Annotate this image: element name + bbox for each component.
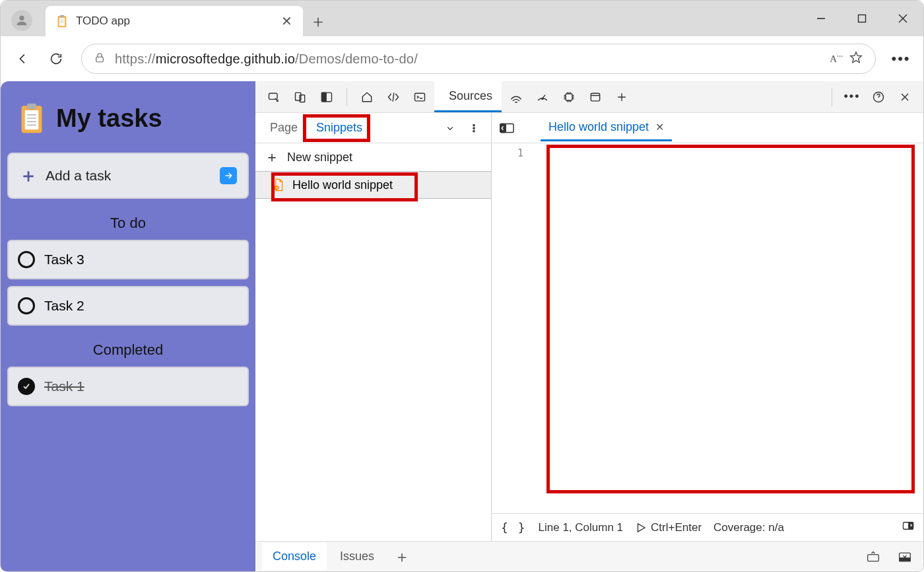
editor-statusbar: { } Line 1, Column 1 Ctrl+Enter Coverage…: [492, 513, 923, 541]
task-item[interactable]: Task 2: [7, 286, 249, 326]
svg-point-25: [542, 98, 543, 99]
add-task-input[interactable]: ＋ Add a task: [7, 153, 249, 199]
run-snippet-button[interactable]: Ctrl+Enter: [635, 521, 702, 534]
svg-rect-7: [859, 15, 866, 22]
sources-panel: Page Snippets ＋ New snippet Hello world …: [255, 113, 923, 541]
svg-point-35: [473, 127, 475, 128]
svg-rect-22: [322, 92, 327, 101]
svg-rect-18: [269, 93, 278, 99]
page-title: My tasks: [56, 104, 162, 133]
sources-tab-label: Sources: [449, 89, 492, 103]
task-checkbox[interactable]: [18, 251, 35, 268]
svg-rect-10: [96, 57, 104, 62]
network-tab-icon[interactable]: [504, 85, 528, 109]
devtools: Sources ••• Page Snippets: [255, 81, 923, 571]
minimize-button[interactable]: [801, 1, 842, 36]
drawer-expand-button[interactable]: [861, 545, 885, 569]
plus-icon: ＋: [265, 147, 279, 167]
inspect-element-button[interactable]: [262, 85, 286, 109]
plus-icon: ＋: [19, 163, 38, 188]
performance-tab-icon[interactable]: [531, 85, 554, 109]
help-button[interactable]: [867, 85, 890, 109]
memory-tab-icon[interactable]: [557, 85, 581, 109]
task-checkbox[interactable]: [18, 297, 35, 314]
console-drawer-tab[interactable]: Console: [262, 543, 327, 570]
dock-side-button[interactable]: [315, 85, 339, 109]
issues-drawer-tab[interactable]: Issues: [329, 543, 385, 570]
line-gutter: 1: [492, 143, 530, 513]
drawer-dock-button[interactable]: [893, 545, 917, 569]
more-subtabs-button[interactable]: [438, 116, 462, 140]
svg-rect-27: [591, 93, 599, 101]
submit-task-button[interactable]: [220, 167, 237, 184]
console-tab-icon[interactable]: [408, 85, 432, 109]
device-emulation-button[interactable]: [288, 85, 312, 109]
file-tab-label: Hello world snippet: [548, 120, 649, 134]
page-subtab[interactable]: Page: [261, 114, 307, 141]
clipboard-icon: [18, 102, 46, 134]
editor-tabs: Hello world snippet ✕: [492, 113, 923, 143]
snippet-item-label: Hello world snippet: [292, 178, 393, 192]
page-header: My tasks: [7, 90, 249, 153]
new-snippet-label: New snippet: [287, 151, 352, 164]
clipboard-icon: [56, 15, 68, 28]
close-devtools-button[interactable]: [893, 85, 917, 109]
navigator-more-button[interactable]: [462, 116, 486, 140]
svg-rect-13: [27, 104, 36, 110]
snippet-item[interactable]: Hello world snippet: [255, 171, 491, 199]
task-item[interactable]: Task 3: [7, 240, 249, 279]
refresh-button[interactable]: [42, 44, 71, 73]
cursor-position: Line 1, Column 1: [539, 521, 624, 534]
task-item[interactable]: Task 1: [7, 367, 249, 406]
window-controls: [801, 1, 923, 36]
close-file-button[interactable]: ✕: [655, 121, 664, 133]
close-window-button[interactable]: [882, 1, 923, 36]
editor-file-tab[interactable]: Hello world snippet ✕: [541, 115, 672, 141]
browser-tab[interactable]: TODO app ✕: [46, 6, 303, 36]
more-tabs-button[interactable]: [610, 85, 634, 109]
task-label: Task 1: [44, 378, 84, 394]
task-label: Task 2: [44, 298, 84, 314]
show-debugger-button[interactable]: [902, 520, 914, 535]
svg-rect-23: [415, 93, 425, 101]
editor-pane: Hello world snippet ✕ 1 { } Line 1, Colu…: [492, 113, 923, 541]
site-info-button[interactable]: [94, 52, 106, 66]
section-heading-todo: To do: [7, 215, 249, 232]
tab-close-button[interactable]: ✕: [281, 13, 292, 29]
address-bar[interactable]: https://microsoftedge.github.io/Demos/de…: [81, 44, 876, 74]
application-tab-icon[interactable]: [583, 85, 607, 109]
back-button[interactable]: [9, 44, 38, 73]
maximize-button[interactable]: [842, 1, 882, 36]
task-label: Task 3: [44, 252, 84, 268]
web-page: My tasks ＋ Add a task To do Task 3 Task …: [1, 81, 255, 571]
navigator-tabs: Page Snippets: [255, 113, 491, 143]
svg-rect-26: [566, 94, 572, 100]
svg-rect-2: [60, 15, 64, 18]
favorite-button[interactable]: [849, 50, 863, 67]
profile-button[interactable]: [11, 10, 32, 31]
window-titlebar: TODO app ✕ ＋: [1, 1, 923, 36]
pretty-print-button[interactable]: { }: [501, 520, 527, 534]
welcome-tab-icon[interactable]: [355, 85, 379, 109]
sources-tab[interactable]: Sources: [434, 81, 502, 112]
code-editor[interactable]: 1: [492, 143, 923, 513]
url-text: https://microsoftedge.github.io/Demos/de…: [115, 52, 418, 67]
toolbar: https://microsoftedge.github.io/Demos/de…: [1, 36, 923, 81]
elements-tab-icon[interactable]: [381, 85, 405, 109]
svg-point-36: [473, 130, 475, 131]
add-drawer-tab-button[interactable]: ＋: [387, 546, 416, 567]
add-task-placeholder: Add a task: [46, 168, 111, 184]
new-tab-button[interactable]: ＋: [303, 6, 333, 36]
svg-rect-39: [500, 124, 506, 132]
snippets-subtab[interactable]: Snippets: [307, 114, 372, 141]
new-snippet-button[interactable]: ＋ New snippet: [255, 143, 491, 171]
snippet-file-icon: [273, 178, 284, 192]
toggle-navigator-button[interactable]: [498, 121, 515, 135]
svg-rect-42: [868, 554, 879, 561]
svg-rect-12: [25, 110, 39, 129]
task-checkbox[interactable]: [18, 378, 35, 395]
settings-menu-button[interactable]: •••: [886, 50, 915, 67]
more-options-button[interactable]: •••: [840, 85, 864, 109]
read-aloud-button[interactable]: A›››: [830, 54, 837, 65]
svg-point-34: [473, 124, 475, 125]
